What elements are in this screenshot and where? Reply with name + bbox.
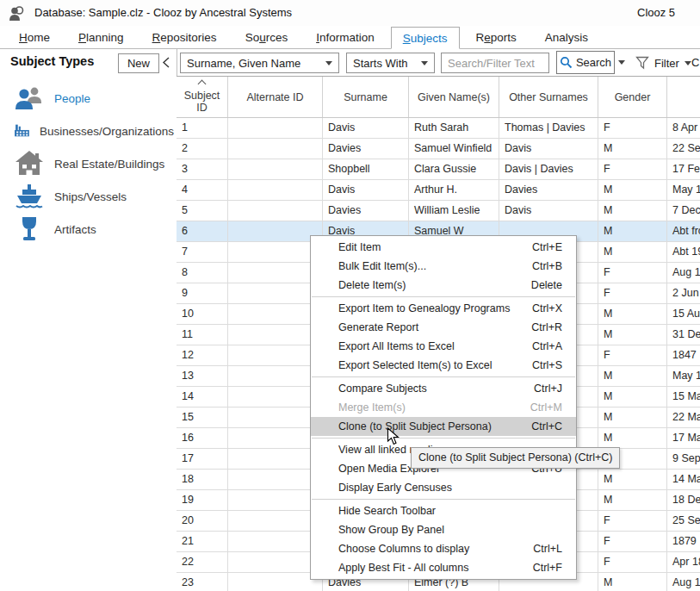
cell-alternate-id	[228, 201, 323, 221]
column-header-alternate-id[interactable]: Alternate ID	[228, 77, 323, 117]
table-row[interactable]: 3 Shopbell Clara Gussie Davis | Davies F…	[177, 159, 700, 180]
ribbon-tab[interactable]: Reports	[464, 26, 529, 48]
sidebar-item-artifacts[interactable]: Artifacts	[14, 213, 174, 246]
menu-item[interactable]: Export All Items to Excel Ctrl+A	[311, 337, 576, 356]
menu-item-label: Choose Columns to display	[338, 543, 523, 555]
cell-alternate-id	[228, 573, 323, 591]
chevron-down-icon	[685, 61, 691, 65]
search-button-label: Search	[576, 56, 611, 69]
menu-item-label: Clone (to Split Subject Persona)	[338, 420, 521, 432]
cell-date: 17 Ma	[667, 428, 700, 448]
cell-subject-id: 5	[177, 201, 228, 221]
cell-other-surnames: Davis | Davies	[499, 159, 598, 179]
new-button[interactable]: New	[118, 53, 159, 73]
cell-date: 14 Ma	[667, 470, 700, 489]
cell-date: 15 Aug	[667, 304, 700, 324]
window-title: Database: Sample.clz - Clooz by Ancestra…	[34, 6, 292, 19]
column-header-date[interactable]	[667, 77, 700, 117]
ribbon-tab[interactable]: Repositories	[140, 26, 229, 48]
menu-item[interactable]: Clone (to Split Subject Persona) Ctrl+C	[311, 417, 576, 436]
column-header-subject-id[interactable]: Subject ID	[177, 77, 228, 117]
cell-gender: F	[598, 118, 667, 138]
menu-item[interactable]: Generate Report Ctrl+R	[311, 318, 576, 337]
sidebar-item-people[interactable]: People	[14, 82, 174, 115]
menu-item-shortcut: Ctrl+A	[532, 340, 562, 352]
cell-alternate-id	[228, 428, 323, 448]
ribbon-tab[interactable]: Planning	[66, 26, 136, 48]
column-header-gender[interactable]: Gender	[598, 77, 667, 117]
cell-date: 1879	[667, 532, 700, 551]
menu-item[interactable]: Display Early Censuses	[311, 478, 576, 497]
ribbon-tab[interactable]: Information	[304, 26, 387, 48]
menu-item[interactable]: Export Item to Genealogy Programs Ctrl+X	[311, 299, 576, 318]
ribbon-tab[interactable]: Home	[7, 26, 62, 48]
cell-given-names: William Leslie	[409, 201, 499, 221]
cell-alternate-id	[228, 242, 323, 262]
menu-item-label: Edit Item	[338, 241, 522, 253]
sidebar-item-label: Ships/Vessels	[54, 190, 127, 203]
menu-item[interactable]: Edit Item Ctrl+E	[311, 238, 576, 257]
menu-item[interactable]: Choose Columns to display Ctrl+L	[311, 539, 576, 558]
cell-surname: Davis	[323, 118, 409, 138]
cell-gender: F	[598, 552, 667, 572]
sidebar-item-businesses[interactable]: Businesses/Organizations	[14, 115, 174, 147]
column-header-other-surnames[interactable]: Other Surnames	[499, 77, 598, 117]
menu-item[interactable]: Delete Item(s) Delete	[311, 276, 576, 295]
cell-gender: M	[598, 180, 667, 200]
cell-alternate-id	[228, 180, 323, 200]
ribbon-tab-bar: HomePlanningRepositoriesSourcesInformati…	[0, 26, 700, 49]
search-button[interactable]: Search	[556, 51, 615, 74]
collapse-panel-icon[interactable]	[162, 56, 170, 69]
cell-subject-id: 1	[177, 118, 228, 138]
menu-item-label: Compare Subjects	[338, 383, 523, 395]
table-row[interactable]: 2 Davies Samuel Winfield Davis M 22 Sep	[177, 139, 700, 159]
cell-alternate-id	[228, 532, 323, 551]
menu-item[interactable]: Hide Search Toolbar	[311, 501, 576, 520]
clear-button-partial[interactable]: C	[691, 56, 699, 69]
ribbon-tab[interactable]: Subjects	[391, 27, 460, 49]
ribbon-tab[interactable]: Analysis	[533, 26, 600, 48]
search-input[interactable]	[441, 53, 549, 73]
search-field-value: Surname, Given Name	[187, 57, 325, 70]
search-options-chevron-icon[interactable]	[618, 60, 625, 65]
cell-gender: M	[598, 304, 667, 324]
menu-item-label: Apply Best Fit - All columns	[338, 562, 523, 574]
search-operator-dropdown[interactable]: Starts With	[346, 53, 435, 73]
table-row[interactable]: 4 Davis Arthur H. Davies M May 1	[177, 180, 700, 201]
sidebar-item-ships[interactable]: Ships/Vessels	[14, 180, 174, 213]
filter-button[interactable]: Filter	[635, 53, 691, 73]
cell-gender: M	[598, 139, 667, 159]
cell-given-names: Clara Gussie	[409, 159, 499, 179]
column-header-given-names[interactable]: Given Name(s)	[409, 77, 499, 117]
menu-item-label: Merge Item(s)	[338, 401, 520, 414]
table-row[interactable]: 1 Davis Ruth Sarah Thomas | Davies F 8 A…	[177, 118, 700, 139]
sidebar-item-real-estate[interactable]: Real Estate/Buildings	[14, 147, 174, 180]
grid-header-row: Subject ID Alternate ID Surname Given Na…	[177, 77, 700, 118]
menu-item[interactable]: Bulk Edit Item(s)... Ctrl+B	[311, 257, 576, 276]
menu-item[interactable]: Compare Subjects Ctrl+J	[311, 379, 576, 398]
cell-gender: M	[598, 490, 667, 510]
cell-given-names: Arthur H.	[409, 180, 499, 200]
menu-item[interactable]: Merge Item(s) Ctrl+M	[311, 398, 576, 417]
menu-item-label: Generate Report	[338, 321, 521, 333]
ribbon-tab[interactable]: Sources	[233, 26, 300, 48]
menu-item-label: Export Selected Item(s) to Excel	[338, 359, 522, 371]
cell-subject-id: 2	[177, 139, 228, 159]
menu-item[interactable]: Apply Best Fit - All columns Ctrl+F	[311, 558, 576, 577]
app-logo-icon	[8, 4, 27, 23]
cell-subject-id: 6	[177, 221, 228, 241]
column-header-surname[interactable]: Surname	[323, 77, 409, 117]
table-row[interactable]: 5 Davies William Leslie Davis M 7 Dec	[177, 201, 700, 221]
menu-item-shortcut: Ctrl+B	[532, 260, 562, 272]
cell-subject-id: 15	[177, 407, 228, 427]
search-field-dropdown[interactable]: Surname, Given Name	[180, 53, 339, 73]
menu-item-shortcut: Ctrl+R	[531, 321, 562, 333]
menu-item-shortcut: Ctrl+S	[532, 359, 562, 371]
cell-gender: F	[598, 263, 667, 283]
cell-date: Abt fro	[667, 221, 700, 241]
menu-item-shortcut: Ctrl+M	[530, 401, 562, 414]
menu-item[interactable]: Show Group By Panel	[311, 520, 576, 539]
menu-item[interactable]: Export Selected Item(s) to Excel Ctrl+S	[311, 356, 576, 375]
menu-item-shortcut: Ctrl+X	[532, 302, 562, 314]
cell-date: 9 Sep	[667, 449, 700, 469]
